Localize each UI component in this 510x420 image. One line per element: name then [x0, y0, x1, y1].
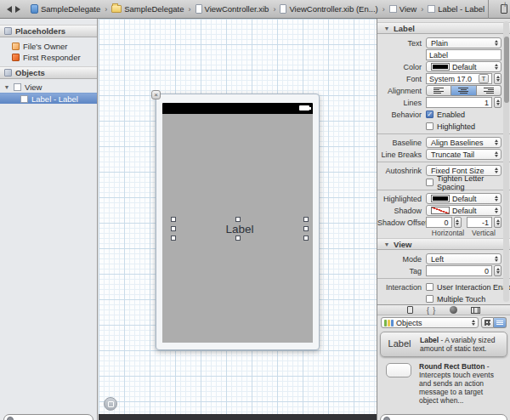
shadow-color-popup[interactable]: Default	[426, 205, 502, 216]
breadcrumb-view[interactable]: View	[389, 4, 416, 14]
files-owner-item[interactable]: File's Owner	[0, 41, 97, 52]
tighten-letter-spacing-checkbox[interactable]	[426, 179, 434, 186]
file-template-library-icon[interactable]	[407, 305, 413, 315]
shadow-offset-horizontal-field[interactable]: 0	[426, 217, 452, 228]
align-left-segment[interactable]	[426, 85, 451, 96]
resize-handle-top-right[interactable]	[303, 217, 309, 222]
text-type-popup[interactable]: Plain	[426, 37, 502, 48]
font-panel-button[interactable]: T	[479, 74, 489, 83]
document-outline: Placeholders File's Owner First Responde…	[0, 19, 98, 420]
ib-label-text: Label	[225, 223, 253, 236]
tab-add-icon[interactable]: +	[502, 0, 507, 9]
font-stepper[interactable]	[494, 73, 502, 84]
cube-icon	[4, 27, 12, 35]
view-section-header[interactable]: ▼ View	[377, 238, 510, 250]
tag-field[interactable]: 0	[426, 265, 492, 276]
popup-arrows-icon	[470, 320, 475, 326]
behavior-highlighted-row: Highlighted	[377, 121, 502, 132]
resize-handle-bottom-center[interactable]	[235, 236, 241, 241]
font-field[interactable]: System 17.0 T	[426, 73, 492, 84]
list-view-button[interactable]	[494, 317, 507, 328]
label-outline-item[interactable]: Label - Label	[0, 93, 97, 104]
simulated-status-bar	[162, 103, 313, 114]
objects-section-header[interactable]: Objects	[0, 66, 97, 79]
shadow-color-swatch[interactable]	[431, 207, 450, 214]
align-center-segment[interactable]	[451, 85, 476, 96]
shadow-offset-vertical-stepper[interactable]	[494, 217, 502, 228]
toggle-document-outline-button[interactable]	[104, 397, 117, 411]
highlighted-color-popup[interactable]: Default	[426, 193, 502, 204]
resize-handle-mid-left[interactable]	[171, 226, 176, 231]
disclosure-triangle-icon[interactable]: ▼	[383, 241, 390, 247]
first-responder-item[interactable]: First Responder	[0, 52, 97, 63]
color-popup[interactable]: Default	[426, 61, 502, 72]
section-title: View	[394, 240, 411, 249]
breadcrumb-xib[interactable]: ViewController.xib	[196, 4, 269, 14]
line-breaks-popup[interactable]: Truncate Tail	[426, 149, 502, 160]
back-button[interactable]	[7, 6, 12, 13]
grid-view-button[interactable]	[481, 317, 494, 328]
library-item-round-rect-button[interactable]: Round Rect Button - Intercepts touch eve…	[380, 359, 507, 408]
view-design-surface[interactable]: × Label	[156, 94, 320, 350]
label-preview: Label	[384, 336, 415, 351]
breadcrumb-xib-localized[interactable]: ViewController.xib (En...)	[280, 4, 377, 14]
breadcrumb-group[interactable]: SampleDelegate	[111, 4, 184, 14]
label-object-icon	[20, 95, 28, 103]
disclosure-triangle-icon[interactable]: ▼	[3, 84, 10, 90]
tag-stepper[interactable]	[494, 265, 502, 276]
resize-handle-bottom-right[interactable]	[303, 236, 309, 241]
label-section-header[interactable]: ▼ Label	[377, 22, 510, 34]
field-value: 0	[444, 219, 448, 227]
shadow-offset-horizontal-stepper[interactable]	[454, 217, 462, 228]
popup-arrows-icon	[493, 151, 498, 157]
library-search-field[interactable]	[380, 414, 507, 420]
label-text-field[interactable]: Label	[426, 49, 502, 60]
resize-handle-top-left[interactable]	[171, 217, 176, 222]
grid-view-icon	[484, 320, 490, 326]
resize-handle-top-center[interactable]	[235, 217, 241, 222]
lines-stepper[interactable]	[494, 97, 502, 108]
resize-handle-bottom-left[interactable]	[171, 236, 176, 241]
library-item-label[interactable]: Label Label - A variably sized amount of…	[380, 332, 507, 357]
media-library-icon[interactable]	[471, 305, 480, 315]
inspector-scrollbar[interactable]	[503, 21, 509, 302]
enabled-checkbox[interactable]: ✓	[426, 111, 434, 118]
mode-popup[interactable]: Left	[426, 253, 502, 264]
forward-button[interactable]	[15, 6, 20, 13]
multiple-touch-checkbox[interactable]	[426, 295, 434, 303]
scrollbar-thumb[interactable]	[504, 37, 509, 103]
color-swatch[interactable]	[431, 63, 450, 71]
horizontal-label: Horizontal	[430, 229, 466, 237]
first-responder-icon	[12, 54, 20, 61]
placeholders-section-header[interactable]: Placeholders	[0, 25, 97, 37]
breadcrumb-separator: ›	[272, 5, 276, 14]
breadcrumb-label: Label - Label	[438, 4, 484, 14]
field-label: Baseline	[377, 139, 426, 147]
user-interaction-checkbox[interactable]	[426, 283, 434, 291]
object-library-icon[interactable]	[450, 305, 457, 315]
align-right-segment[interactable]	[477, 85, 502, 96]
baseline-popup[interactable]: Align Baselines	[426, 137, 502, 148]
highlighted-color-swatch[interactable]	[431, 195, 450, 202]
library-scope-popup[interactable]: Objects	[381, 317, 479, 328]
highlighted-checkbox[interactable]	[426, 122, 434, 130]
breadcrumb-label-object[interactable]: Label - Label	[428, 4, 484, 14]
lines-field[interactable]: 1	[426, 97, 492, 108]
breadcrumb-project[interactable]: SampleDelegate	[31, 4, 100, 14]
popup-arrows-icon	[493, 256, 498, 262]
field-label: Lines	[377, 99, 426, 107]
code-snippet-library-icon[interactable]: { }	[427, 305, 436, 315]
resize-handle-mid-right[interactable]	[303, 226, 309, 231]
align-left-icon	[434, 88, 444, 94]
filter-icon	[7, 417, 14, 420]
checkbox-label: Multiple Touch	[437, 295, 485, 304]
disclosure-triangle-icon[interactable]: ▼	[383, 26, 390, 31]
outline-filter-field[interactable]	[3, 414, 94, 420]
close-view-button[interactable]: ×	[151, 90, 161, 99]
view-outline-item[interactable]: ▼ View	[0, 82, 97, 93]
shadow-offset-vertical-field[interactable]: -1	[467, 217, 493, 228]
field-label: Font	[377, 75, 426, 83]
baseline-row: Baseline Align Baselines	[377, 137, 502, 148]
font-row: Font System 17.0 T	[377, 73, 502, 84]
search-icon	[383, 417, 390, 420]
